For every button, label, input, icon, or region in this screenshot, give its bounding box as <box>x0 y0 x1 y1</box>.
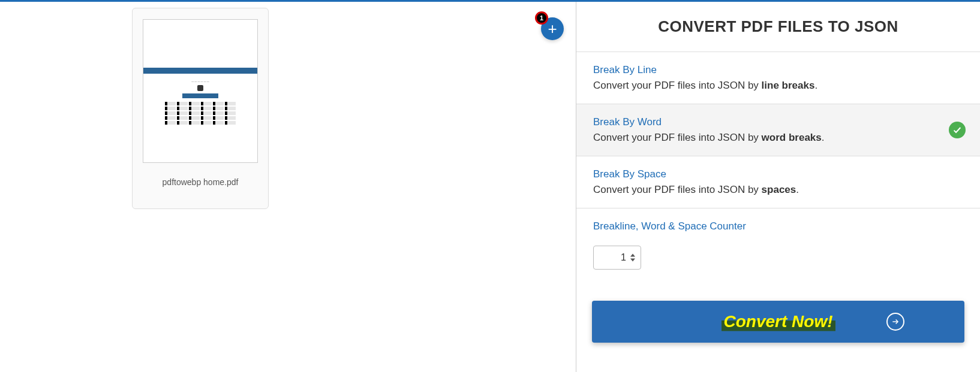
file-count-badge: 1 <box>535 11 548 25</box>
option-desc: Convert your PDF files into JSON by line… <box>593 80 963 92</box>
option-break-by-line[interactable]: Break By Line Convert your PDF files int… <box>576 52 980 104</box>
file-name: pdftowebp home.pdf <box>163 177 239 187</box>
counter-input[interactable]: 1 <box>593 246 641 270</box>
arrow-right-circle-icon <box>886 313 904 331</box>
panel-title: CONVERT PDF FILES TO JSON <box>576 2 980 52</box>
option-break-by-space[interactable]: Break By Space Convert your PDF files in… <box>576 156 980 208</box>
option-break-by-word[interactable]: Break By Word Convert your PDF files int… <box>576 104 980 156</box>
option-desc: Convert your PDF files into JSON by spac… <box>593 184 963 196</box>
spin-up-icon[interactable] <box>630 253 636 258</box>
options-panel: CONVERT PDF FILES TO JSON Break By Line … <box>576 2 980 372</box>
spin-down-icon[interactable] <box>630 258 636 262</box>
plus-icon: + <box>548 20 557 38</box>
counter-block: Breakline, Word & Space Counter 1 <box>576 208 980 270</box>
file-card[interactable]: — — — — — — pdftowebp home.pdf <box>132 8 269 209</box>
add-file-button[interactable]: + 1 <box>541 17 564 40</box>
option-title: Break By Word <box>593 116 963 128</box>
check-icon <box>949 122 966 138</box>
option-title: Break By Line <box>593 64 963 76</box>
option-title: Break By Space <box>593 168 963 180</box>
svg-marker-0 <box>630 254 635 257</box>
convert-label: Convert Now! <box>722 312 835 331</box>
option-desc: Convert your PDF files into JSON by word… <box>593 132 963 144</box>
svg-marker-1 <box>630 259 635 262</box>
file-thumbnail: — — — — — — <box>143 19 258 163</box>
counter-label: Breakline, Word & Space Counter <box>593 220 963 232</box>
convert-button[interactable]: Convert Now! <box>592 301 964 343</box>
counter-value: 1 <box>599 252 630 263</box>
files-area: — — — — — — pdftowebp home.pdf + <box>0 2 576 372</box>
